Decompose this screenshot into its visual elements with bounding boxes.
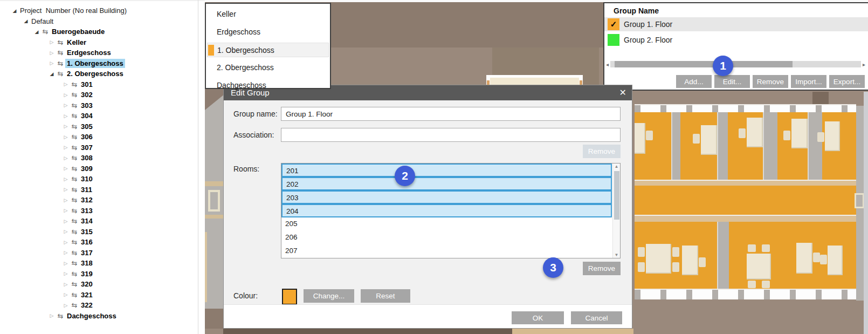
scrollbar-thumb[interactable] bbox=[615, 61, 793, 67]
expand-icon[interactable]: ▷ bbox=[62, 208, 70, 213]
floor-list-item[interactable]: Erdgeschoss bbox=[207, 25, 329, 39]
tree-row[interactable]: ▷⇆319 bbox=[0, 269, 205, 280]
tree-row[interactable]: ◢Project Number (No real Building) bbox=[0, 5, 205, 16]
tree-row[interactable]: ▷⇆Dachgeschoss bbox=[0, 311, 205, 322]
room-list-item[interactable]: 204 bbox=[281, 204, 612, 217]
tree-row[interactable]: ▷⇆305 bbox=[0, 121, 205, 132]
expand-icon[interactable]: ▷ bbox=[62, 240, 70, 245]
expand-icon[interactable]: ▷ bbox=[48, 60, 56, 66]
group-row[interactable]: Group 2. Floor bbox=[604, 33, 868, 47]
scroll-down-arrow[interactable]: ▼ bbox=[613, 253, 620, 257]
collapse-icon[interactable]: ◢ bbox=[11, 8, 18, 13]
expand-icon[interactable]: ▷ bbox=[62, 197, 70, 203]
tree-row[interactable]: ▷⇆1. Obergeschoss bbox=[0, 58, 205, 69]
tree-row[interactable]: ▷⇆314 bbox=[0, 216, 205, 227]
expand-icon[interactable]: ▷ bbox=[62, 292, 70, 297]
remove-association-button[interactable]: Remove bbox=[583, 145, 621, 158]
change-colour-button[interactable]: Change... bbox=[304, 289, 354, 303]
expand-icon[interactable]: ▷ bbox=[62, 250, 70, 255]
import-button[interactable]: Import... bbox=[791, 75, 826, 88]
expand-icon[interactable]: ▷ bbox=[62, 92, 70, 98]
floor-list-item[interactable]: 1. Obergeschoss bbox=[207, 43, 329, 57]
expand-icon[interactable]: ▷ bbox=[62, 124, 70, 129]
group-color-checkbox[interactable] bbox=[608, 34, 619, 46]
collapse-icon[interactable]: ◢ bbox=[33, 29, 40, 35]
tree-row[interactable]: ◢⇆2. Obergeschoss bbox=[0, 69, 205, 79]
floor-list-item[interactable]: 2. Obergeschoss bbox=[207, 60, 329, 75]
tree-row[interactable]: ▷⇆302 bbox=[0, 90, 205, 100]
tree-row[interactable]: ▷⇆318 bbox=[0, 258, 205, 269]
group-name-input[interactable] bbox=[281, 107, 621, 121]
colour-swatch[interactable] bbox=[282, 289, 297, 305]
scroll-up-arrow[interactable]: ▲ bbox=[613, 164, 620, 169]
expand-icon[interactable]: ▷ bbox=[62, 145, 70, 150]
ok-button[interactable]: OK bbox=[512, 311, 564, 324]
room-list-item[interactable]: 201 bbox=[281, 163, 612, 177]
tree-row[interactable]: ▷⇆311 bbox=[0, 185, 205, 195]
expand-icon[interactable]: ▷ bbox=[62, 303, 70, 308]
tree-row[interactable]: ▷⇆307 bbox=[0, 142, 205, 153]
tree-row[interactable]: ▷⇆316 bbox=[0, 237, 205, 248]
expand-icon[interactable]: ▷ bbox=[48, 50, 56, 56]
room-list-item[interactable]: 207 bbox=[281, 244, 612, 258]
expand-icon[interactable]: ▷ bbox=[62, 282, 70, 287]
tree-row[interactable]: ▷⇆322 bbox=[0, 300, 205, 311]
tree-row[interactable]: ▷⇆309 bbox=[0, 163, 205, 174]
tree-row[interactable]: ▷⇆308 bbox=[0, 153, 205, 163]
tree-row[interactable]: ▷⇆310 bbox=[0, 174, 205, 185]
room-list-item[interactable]: 205 bbox=[281, 217, 612, 231]
expand-icon[interactable]: ▷ bbox=[62, 113, 70, 119]
group-color-checkbox[interactable]: ✓ bbox=[608, 18, 619, 30]
expand-icon[interactable]: ▷ bbox=[62, 103, 70, 108]
edit-button[interactable]: Edit... bbox=[714, 75, 750, 88]
expand-icon[interactable]: ▷ bbox=[62, 261, 70, 266]
cancel-button[interactable]: Cancel bbox=[571, 311, 622, 324]
expand-icon[interactable]: ▷ bbox=[62, 176, 70, 182]
expand-icon[interactable]: ▷ bbox=[48, 313, 56, 318]
expand-icon[interactable]: ▷ bbox=[62, 219, 70, 224]
expand-icon[interactable]: ▷ bbox=[62, 187, 70, 192]
scroll-right-arrow[interactable]: ▸ bbox=[861, 62, 867, 67]
association-input[interactable] bbox=[281, 128, 621, 142]
tree-row[interactable]: ◢⇆Buerogebaeude bbox=[0, 26, 205, 37]
export-button[interactable]: Export... bbox=[829, 75, 865, 88]
expand-icon[interactable]: ▷ bbox=[62, 134, 70, 140]
tree-row[interactable]: ◢Default bbox=[0, 16, 205, 27]
scroll-left-arrow[interactable]: ◂ bbox=[604, 62, 610, 67]
tree-row[interactable]: ▷⇆317 bbox=[0, 248, 205, 258]
expand-icon[interactable]: ▷ bbox=[62, 81, 70, 87]
add-button[interactable]: Add... bbox=[676, 75, 712, 88]
scrollbar-track[interactable] bbox=[610, 61, 861, 67]
expand-icon[interactable]: ▷ bbox=[48, 39, 56, 45]
tree-row[interactable]: ▷⇆Keller bbox=[0, 37, 205, 48]
tree-row[interactable]: ▷⇆303 bbox=[0, 100, 205, 111]
tree-row[interactable]: ▷⇆315 bbox=[0, 227, 205, 237]
rooms-scrollbar[interactable]: ▲ ▼ bbox=[612, 163, 620, 258]
tree-row[interactable]: ▷⇆312 bbox=[0, 195, 205, 206]
tree-row[interactable]: ▷⇆321 bbox=[0, 290, 205, 301]
close-icon[interactable]: ✕ bbox=[619, 85, 626, 100]
room-list-item[interactable]: 206 bbox=[281, 231, 612, 244]
expand-icon[interactable]: ▷ bbox=[62, 229, 70, 234]
collapse-icon[interactable]: ◢ bbox=[22, 18, 30, 24]
floor-list-item[interactable]: Keller bbox=[207, 7, 329, 22]
tree-row[interactable]: ▷⇆320 bbox=[0, 279, 205, 290]
reset-colour-button[interactable]: Reset bbox=[361, 289, 410, 303]
remove-button[interactable]: Remove bbox=[753, 75, 788, 88]
tree-row[interactable]: ▷⇆Erdgeschoss bbox=[0, 47, 205, 58]
expand-icon[interactable]: ▷ bbox=[62, 271, 70, 276]
horizontal-scrollbar[interactable]: ◂ ▸ bbox=[604, 60, 867, 68]
room-list-item[interactable]: 203 bbox=[281, 190, 612, 204]
tree-row[interactable]: ▷⇆304 bbox=[0, 111, 205, 121]
expand-icon[interactable]: ▷ bbox=[62, 155, 70, 161]
floor-list-item[interactable]: Dachgeschoss bbox=[207, 78, 329, 93]
expand-icon[interactable]: ▷ bbox=[62, 166, 70, 171]
remove-rooms-button[interactable]: Remove bbox=[583, 262, 621, 275]
group-row[interactable]: ✓Group 1. Floor bbox=[604, 17, 868, 31]
collapse-icon[interactable]: ◢ bbox=[48, 71, 56, 77]
tree-row[interactable]: ▷⇆313 bbox=[0, 206, 205, 216]
room-list-item[interactable]: 202 bbox=[281, 177, 612, 190]
scrollbar-thumb[interactable] bbox=[614, 171, 619, 220]
tree-row[interactable]: ▷⇆306 bbox=[0, 132, 205, 142]
tree-row[interactable]: ▷⇆301 bbox=[0, 79, 205, 90]
